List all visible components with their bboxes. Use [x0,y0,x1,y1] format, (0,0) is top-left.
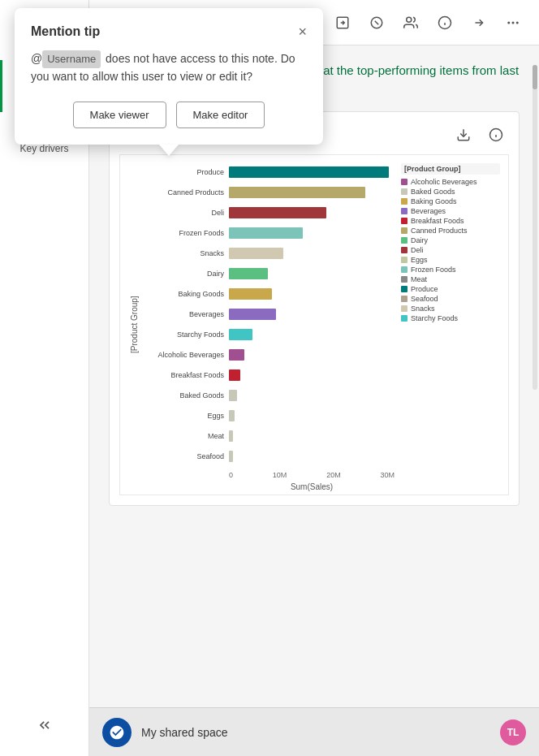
bar-fill[interactable] [229,207,326,218]
legend-item-label: Baking Goods [411,197,457,205]
legend-dot [401,198,407,205]
bar-label: Seafood [140,452,227,460]
legend-item-label: Frozen Foods [411,266,456,274]
bar-label: Alcoholic Beverages [140,351,227,359]
legend-dot [401,286,407,292]
dialog-body: @Username does not have access to this n… [31,50,307,85]
x-axis-label: Sum(Sales) [140,482,395,491]
legend-item-label: Alcoholic Beverages [411,178,477,186]
legend-item-label: Snacks [411,305,435,313]
key-drivers-label: Key drivers [19,143,68,154]
x-tick: 20M [326,471,341,479]
make-editor-button[interactable]: Make editor [176,102,265,128]
bar-fill[interactable] [229,369,240,381]
chart-main: ProduceCanned ProductsDeliFrozen FoodsSn… [140,163,395,486]
bar-fill[interactable] [229,430,233,442]
sidebar-bottom [27,707,63,756]
bar-fill[interactable] [229,248,283,259]
bar-row: Alcoholic Beverages [229,346,395,364]
scrollbar-thumb[interactable] [533,65,537,89]
bar-label: Frozen Foods [140,229,227,237]
chart-inner: [Product Group] ProduceCanned ProductsDe… [128,163,500,486]
legend-dot [401,179,407,185]
dialog-header: Mention tip × [31,24,307,39]
legend-item: Breakfast Foods [401,217,500,225]
bar-label: Snacks [140,249,227,257]
app-logo-icon [109,724,125,741]
bar-row: Eggs [229,407,395,425]
bar-label: Deli [140,209,227,217]
dialog-actions: Make viewer Make editor [31,102,307,128]
legend-item-label: Meat [411,275,427,283]
legend-item: Produce [401,285,500,293]
people-button[interactable] [398,10,424,36]
more-options-button[interactable] [500,10,526,36]
bar-row: Baked Goods [229,387,395,404]
legend-dot [401,188,407,195]
top-bar-icons [330,10,526,36]
bar-row: Seafood [229,447,395,465]
share-button[interactable] [330,10,356,36]
bar-row: Produce [229,163,395,181]
legend-dot [401,257,407,263]
bar-label: Beverages [140,310,227,318]
x-tick: 30M [380,471,395,479]
legend-item: Alcoholic Beverages [401,178,500,186]
bars-section: ProduceCanned ProductsDeliFrozen FoodsSn… [140,163,395,468]
dialog-close-button[interactable]: × [298,24,307,39]
cancel-selection-button[interactable] [364,10,390,36]
people-icon [403,15,418,30]
collapse-icon [37,717,53,733]
bar-row: Starchy Foods [229,326,395,343]
bar-label: Dairy [140,270,227,278]
bar-fill[interactable] [229,288,272,300]
info-icon [438,15,452,30]
legend-dot [401,218,407,224]
notes-area[interactable]: @Username BlurredName Take a look at the… [89,45,539,707]
legend-item-label: Beverages [411,207,446,215]
bar-label: Baking Goods [140,290,227,298]
bar-fill[interactable] [229,268,268,279]
svg-point-13 [512,22,514,24]
bar-row: Meat [229,427,395,445]
legend-dot [401,227,407,234]
chart-export-button[interactable] [451,122,476,148]
legend-item-label: Starchy Foods [411,314,458,322]
avatar-text: TL [507,727,520,738]
collapse-panel-button[interactable] [466,10,492,36]
dialog-user-chip: Username [42,50,101,68]
bar-fill[interactable] [229,390,237,401]
chart-info-button[interactable] [483,122,509,148]
bar-fill[interactable] [229,227,303,239]
collapse-panel-icon [472,15,486,30]
bar-row: Breakfast Foods [229,366,395,384]
bar-fill[interactable] [229,187,365,198]
collapse-button[interactable] [27,707,63,743]
legend-dot [401,237,407,244]
legend: [Product Group] Alcoholic BeveragesBaked… [395,163,500,486]
bar-fill[interactable] [229,349,244,361]
chart-container: [Product Group] ProduceCanned ProductsDe… [119,154,509,495]
chart-info-icon [489,127,503,142]
info-button[interactable] [432,10,458,36]
bar-fill[interactable] [229,166,389,178]
chart-card: [Product Group] ProduceCanned ProductsDe… [109,111,520,506]
bar-fill[interactable] [229,309,276,320]
legend-item-label: Dairy [411,236,428,244]
app-container: Bookmarks Notes Key drivers [0,0,539,756]
bottom-bar: My shared space TL [89,707,539,756]
legend-item: Seafood [401,295,500,303]
legend-item-label: Canned Products [411,227,468,235]
bar-label: Baked Goods [140,391,227,400]
bar-fill[interactable] [229,329,252,340]
bar-fill[interactable] [229,410,235,421]
bar-fill[interactable] [229,451,233,462]
legend-item: Baked Goods [401,188,500,196]
legend-item: Canned Products [401,227,500,235]
legend-item: Dairy [401,236,500,244]
make-viewer-button[interactable]: Make viewer [73,102,166,128]
bar-label: Meat [140,432,227,440]
legend-item-label: Breakfast Foods [411,217,464,225]
legend-item-label: Deli [411,246,424,254]
bar-row: Snacks [229,244,395,262]
